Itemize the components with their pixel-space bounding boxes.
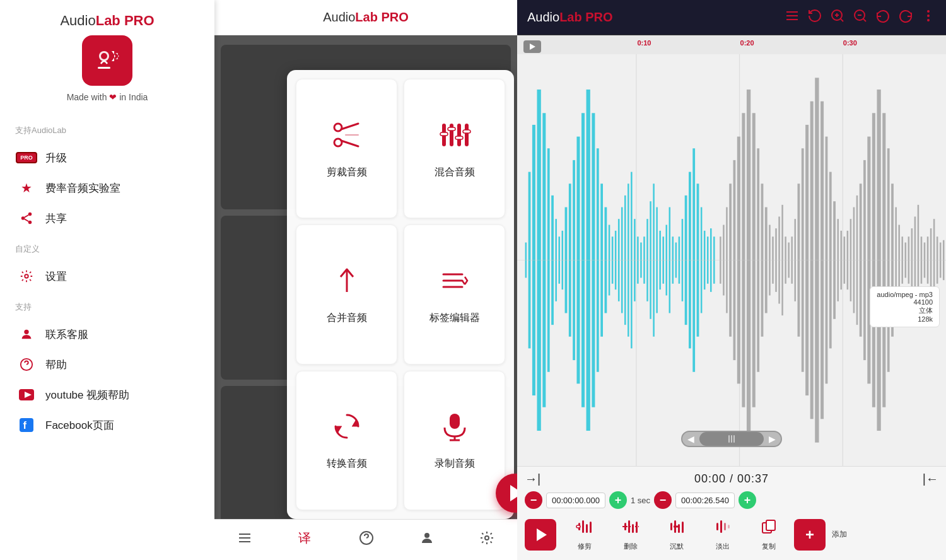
- end-time-field[interactable]: 00:00:26.540: [675, 493, 735, 508]
- top-more-icon[interactable]: [921, 8, 936, 27]
- delete-action-icon: [622, 518, 639, 539]
- top-undo-icon[interactable]: [875, 8, 891, 27]
- sidebar-item-contact-label: 联系客服: [45, 327, 88, 342]
- sidebar-section-help-label: 支持: [15, 301, 199, 313]
- time-goto-start-icon[interactable]: →|: [525, 472, 540, 486]
- scroll-left-icon[interactable]: ◀: [682, 434, 699, 444]
- sidebar-item-upgrade[interactable]: PRO 升级: [15, 143, 199, 173]
- menu-card-record[interactable]: 录制音频: [404, 371, 505, 510]
- feature-popup-menu: 剪裁音频 混合音频: [287, 70, 514, 519]
- svg-marker-62: [530, 44, 535, 50]
- start-time-decrease-button[interactable]: −: [525, 491, 542, 509]
- playhead-button[interactable]: [523, 40, 541, 53]
- help-icon: [18, 356, 35, 373]
- sidebar-logo-icon: [82, 35, 132, 86]
- menu-card-mix[interactable]: 混合音频: [404, 79, 505, 218]
- time-step-label: 1 sec: [631, 496, 650, 505]
- top-reset-icon[interactable]: [807, 8, 822, 27]
- svg-rect-32: [455, 136, 463, 139]
- scroll-right-icon[interactable]: ▶: [764, 434, 781, 444]
- action-fadeout-label: 淡出: [716, 542, 730, 551]
- menu-card-mix-label: 混合音频: [435, 166, 475, 179]
- action-copy-label: 复制: [762, 542, 776, 551]
- settings-gear-icon: [18, 267, 35, 285]
- svg-line-23: [341, 124, 358, 129]
- svg-rect-14: [20, 418, 33, 432]
- sidebar-item-settings[interactable]: 设置: [15, 261, 199, 291]
- top-menu-icon[interactable]: [785, 8, 800, 27]
- svg-rect-186: [576, 525, 580, 528]
- svg-line-6: [25, 219, 28, 221]
- svg-rect-29: [465, 124, 469, 146]
- bottom-help-icon[interactable]: [354, 525, 379, 554]
- sidebar-item-youtube[interactable]: youtube 视频帮助: [15, 380, 199, 410]
- pro-badge-icon: PRO: [18, 149, 35, 166]
- svg-point-3: [28, 213, 32, 216]
- sidebar-title: AudioLab PRO: [60, 13, 154, 29]
- start-time-increase-button[interactable]: +: [609, 491, 627, 509]
- svg-rect-38: [450, 414, 460, 429]
- mic-icon: [438, 410, 471, 448]
- share-icon: [18, 209, 35, 227]
- action-add-button[interactable]: +: [794, 519, 826, 551]
- svg-rect-28: [457, 124, 461, 146]
- action-fadeout-button[interactable]: 淡出: [702, 514, 743, 555]
- bottom-settings-icon[interactable]: [474, 525, 499, 554]
- sidebar-section-custom-label: 自定义: [15, 243, 199, 255]
- svg-rect-199: [724, 523, 726, 530]
- top-zoom-in-icon[interactable]: [830, 8, 845, 27]
- action-copy-button[interactable]: 复制: [748, 514, 789, 555]
- support-icon: [18, 325, 35, 343]
- svg-point-47: [424, 533, 429, 538]
- menu-card-tag[interactable]: 标签编辑器: [404, 225, 505, 364]
- bottom-profile-icon[interactable]: [414, 525, 440, 554]
- play-button[interactable]: [525, 519, 556, 551]
- svg-rect-197: [716, 523, 718, 530]
- sidebar-item-upgrade-label: 升级: [45, 151, 67, 165]
- file-channels: 立体: [877, 306, 933, 315]
- sidebar-item-facebook[interactable]: f Facebook页面: [15, 410, 199, 440]
- sidebar-item-help[interactable]: 帮助: [15, 349, 199, 380]
- time-goto-end-icon[interactable]: |←: [923, 472, 938, 486]
- action-trim-button[interactable]: 修剪: [564, 514, 605, 555]
- action-delete-button[interactable]: 删除: [610, 514, 651, 555]
- action-silence-button[interactable]: 沉默: [656, 514, 697, 555]
- scissors-icon: [330, 119, 363, 157]
- bottom-translate-icon[interactable]: 译: [292, 525, 318, 555]
- scroll-grip-icon: [728, 435, 735, 443]
- top-redo-icon[interactable]: [898, 8, 913, 27]
- menu-card-trim[interactable]: 剪裁音频: [296, 79, 397, 218]
- svg-point-5: [28, 221, 32, 225]
- svg-rect-30: [440, 132, 448, 136]
- svg-rect-195: [678, 524, 680, 533]
- action-buttons-row: 修剪 删除: [525, 514, 938, 555]
- menu-card-merge[interactable]: 合并音频: [296, 225, 397, 364]
- svg-rect-198: [720, 520, 722, 533]
- sidebar: AudioLab PRO Made with ❤ in India 支持Audi…: [0, 0, 214, 560]
- sidebar-item-contact[interactable]: 联系客服: [15, 319, 199, 349]
- end-time-increase-button[interactable]: +: [739, 491, 756, 509]
- file-rate: 44100: [877, 298, 933, 306]
- svg-rect-184: [586, 524, 588, 533]
- svg-point-1: [101, 53, 107, 59]
- end-time-decrease-button[interactable]: −: [654, 491, 672, 509]
- sidebar-item-share[interactable]: 共享: [15, 203, 199, 233]
- svg-point-59: [927, 10, 930, 13]
- right-panel: AudioLab PRO: [517, 0, 946, 560]
- top-zoom-out-icon[interactable]: [853, 8, 868, 27]
- menu-card-convert[interactable]: 转换音频: [296, 371, 397, 510]
- timeline-marker-010: 0:10: [637, 39, 651, 47]
- file-info-box: audio/mpeg - mp3 44100 立体 128k: [870, 286, 940, 327]
- sidebar-item-audio-lab[interactable]: ★ 费率音频实验室: [15, 173, 199, 203]
- svg-rect-33: [463, 130, 470, 133]
- scroll-control[interactable]: ◀ ▶: [681, 431, 782, 447]
- start-time-field[interactable]: 00:00:00.000: [546, 493, 605, 508]
- action-delete-label: 删除: [624, 542, 638, 551]
- svg-rect-183: [582, 520, 584, 533]
- svg-rect-192: [670, 523, 672, 530]
- add-icon: +: [805, 526, 814, 544]
- time-position-bar: →| 00:00 / 00:37 |←: [525, 472, 938, 486]
- scroll-handle[interactable]: [699, 432, 764, 446]
- timeline-marker-020: 0:20: [740, 39, 754, 47]
- bottom-menu-icon[interactable]: [232, 525, 257, 554]
